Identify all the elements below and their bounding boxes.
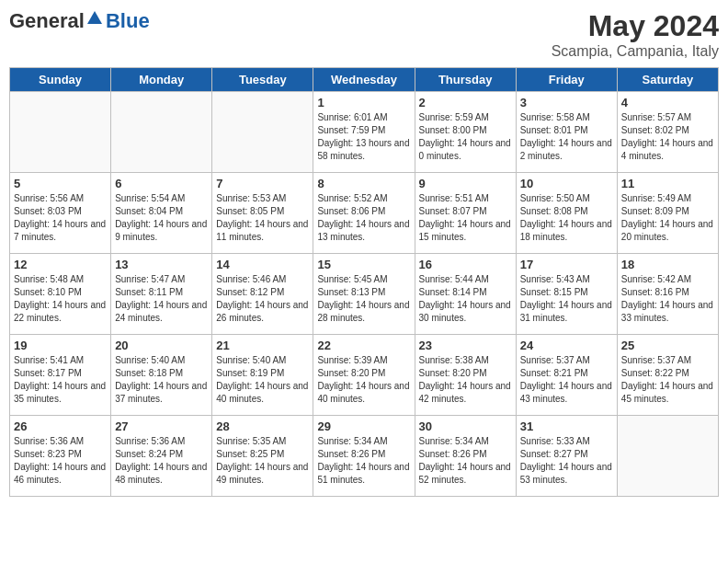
- day-number: 5: [14, 177, 107, 190]
- day-info: Sunrise: 5:51 AM Sunset: 8:07 PM Dayligh…: [419, 192, 512, 244]
- day-info: Sunrise: 5:50 AM Sunset: 8:08 PM Dayligh…: [520, 192, 613, 244]
- weekday-header-cell: Friday: [516, 68, 617, 92]
- calendar-day-cell: 26Sunrise: 5:36 AM Sunset: 8:23 PM Dayli…: [10, 416, 111, 497]
- day-info: Sunrise: 5:34 AM Sunset: 8:26 PM Dayligh…: [419, 435, 512, 487]
- day-number: 28: [216, 419, 309, 433]
- day-number: 19: [14, 339, 107, 352]
- calendar-day-cell: 13Sunrise: 5:47 AM Sunset: 8:11 PM Dayli…: [111, 254, 212, 335]
- day-number: 16: [419, 258, 512, 271]
- day-number: 12: [14, 258, 107, 271]
- weekday-header-cell: Wednesday: [313, 68, 415, 92]
- calendar-day-cell: 21Sunrise: 5:40 AM Sunset: 8:19 PM Dayli…: [212, 335, 313, 416]
- calendar-day-cell: 14Sunrise: 5:46 AM Sunset: 8:12 PM Dayli…: [212, 254, 313, 335]
- day-number: 13: [115, 258, 208, 271]
- day-number: 3: [520, 96, 613, 109]
- day-info: Sunrise: 5:38 AM Sunset: 8:20 PM Dayligh…: [419, 354, 512, 406]
- day-number: 10: [520, 177, 613, 190]
- day-number: 18: [621, 258, 714, 271]
- calendar-day-cell: 11Sunrise: 5:49 AM Sunset: 8:09 PM Dayli…: [617, 173, 718, 254]
- day-info: Sunrise: 5:49 AM Sunset: 8:09 PM Dayligh…: [621, 192, 714, 244]
- weekday-header-cell: Sunday: [10, 68, 111, 92]
- calendar-day-cell: 16Sunrise: 5:44 AM Sunset: 8:14 PM Dayli…: [415, 254, 516, 335]
- calendar-day-cell: [617, 416, 718, 497]
- calendar-day-cell: 18Sunrise: 5:42 AM Sunset: 8:16 PM Dayli…: [617, 254, 718, 335]
- day-info: Sunrise: 5:36 AM Sunset: 8:24 PM Dayligh…: [115, 435, 208, 487]
- calendar-week-row: 26Sunrise: 5:36 AM Sunset: 8:23 PM Dayli…: [10, 416, 719, 497]
- calendar-day-cell: 30Sunrise: 5:34 AM Sunset: 8:26 PM Dayli…: [415, 416, 516, 497]
- logo-blue-text: Blue: [106, 9, 150, 32]
- day-number: 26: [14, 419, 107, 433]
- day-number: 4: [621, 96, 714, 109]
- calendar-day-cell: 25Sunrise: 5:37 AM Sunset: 8:22 PM Dayli…: [617, 335, 718, 416]
- day-info: Sunrise: 5:56 AM Sunset: 8:03 PM Dayligh…: [14, 192, 107, 244]
- logo-icon: [85, 9, 104, 28]
- day-info: Sunrise: 6:01 AM Sunset: 7:59 PM Dayligh…: [317, 111, 410, 163]
- day-info: Sunrise: 5:47 AM Sunset: 8:11 PM Dayligh…: [115, 273, 208, 325]
- day-info: Sunrise: 5:43 AM Sunset: 8:15 PM Dayligh…: [520, 273, 613, 325]
- calendar-week-row: 19Sunrise: 5:41 AM Sunset: 8:17 PM Dayli…: [10, 335, 719, 416]
- day-info: Sunrise: 5:44 AM Sunset: 8:14 PM Dayligh…: [419, 273, 512, 325]
- day-info: Sunrise: 5:41 AM Sunset: 8:17 PM Dayligh…: [14, 354, 107, 406]
- day-number: 23: [419, 339, 512, 352]
- calendar-day-cell: 31Sunrise: 5:33 AM Sunset: 8:27 PM Dayli…: [516, 416, 617, 497]
- day-number: 20: [115, 339, 208, 352]
- day-info: Sunrise: 5:54 AM Sunset: 8:04 PM Dayligh…: [115, 192, 208, 244]
- calendar-day-cell: 23Sunrise: 5:38 AM Sunset: 8:20 PM Dayli…: [415, 335, 516, 416]
- day-info: Sunrise: 5:52 AM Sunset: 8:06 PM Dayligh…: [317, 192, 410, 244]
- day-info: Sunrise: 5:59 AM Sunset: 8:00 PM Dayligh…: [419, 111, 512, 163]
- weekday-header-cell: Tuesday: [212, 68, 313, 92]
- calendar-day-cell: [212, 92, 313, 173]
- day-number: 27: [115, 419, 208, 433]
- calendar-week-row: 12Sunrise: 5:48 AM Sunset: 8:10 PM Dayli…: [10, 254, 719, 335]
- day-number: 15: [317, 258, 410, 271]
- calendar-day-cell: 10Sunrise: 5:50 AM Sunset: 8:08 PM Dayli…: [516, 173, 617, 254]
- day-number: 21: [216, 339, 309, 352]
- weekday-header-cell: Thursday: [415, 68, 516, 92]
- weekday-header-cell: Saturday: [617, 68, 718, 92]
- calendar-day-cell: 28Sunrise: 5:35 AM Sunset: 8:25 PM Dayli…: [212, 416, 313, 497]
- calendar-day-cell: 9Sunrise: 5:51 AM Sunset: 8:07 PM Daylig…: [415, 173, 516, 254]
- day-info: Sunrise: 5:40 AM Sunset: 8:19 PM Dayligh…: [216, 354, 309, 406]
- calendar-day-cell: 19Sunrise: 5:41 AM Sunset: 8:17 PM Dayli…: [10, 335, 111, 416]
- day-number: 29: [317, 419, 410, 433]
- calendar-day-cell: 17Sunrise: 5:43 AM Sunset: 8:15 PM Dayli…: [516, 254, 617, 335]
- day-info: Sunrise: 5:35 AM Sunset: 8:25 PM Dayligh…: [216, 435, 309, 487]
- day-number: 17: [520, 258, 613, 271]
- day-number: 1: [317, 96, 410, 109]
- day-number: 22: [317, 339, 410, 352]
- calendar-day-cell: 6Sunrise: 5:54 AM Sunset: 8:04 PM Daylig…: [111, 173, 212, 254]
- day-info: Sunrise: 5:58 AM Sunset: 8:01 PM Dayligh…: [520, 111, 613, 163]
- calendar-day-cell: 5Sunrise: 5:56 AM Sunset: 8:03 PM Daylig…: [10, 173, 111, 254]
- calendar-table: SundayMondayTuesdayWednesdayThursdayFrid…: [9, 67, 719, 497]
- day-number: 6: [115, 177, 208, 190]
- calendar-day-cell: 3Sunrise: 5:58 AM Sunset: 8:01 PM Daylig…: [516, 92, 617, 173]
- page-header: GeneralBlue May 2024 Scampia, Campania, …: [9, 9, 719, 60]
- logo-general-text: General: [9, 9, 85, 32]
- day-number: 8: [317, 177, 410, 190]
- calendar-day-cell: 24Sunrise: 5:37 AM Sunset: 8:21 PM Dayli…: [516, 335, 617, 416]
- day-info: Sunrise: 5:42 AM Sunset: 8:16 PM Dayligh…: [621, 273, 714, 325]
- calendar-day-cell: 1Sunrise: 6:01 AM Sunset: 7:59 PM Daylig…: [313, 92, 415, 173]
- calendar-day-cell: 4Sunrise: 5:57 AM Sunset: 8:02 PM Daylig…: [617, 92, 718, 173]
- calendar-day-cell: 22Sunrise: 5:39 AM Sunset: 8:20 PM Dayli…: [313, 335, 415, 416]
- month-title: May 2024: [552, 9, 719, 43]
- calendar-day-cell: 29Sunrise: 5:34 AM Sunset: 8:26 PM Dayli…: [313, 416, 415, 497]
- day-number: 7: [216, 177, 309, 190]
- calendar-day-cell: 8Sunrise: 5:52 AM Sunset: 8:06 PM Daylig…: [313, 173, 415, 254]
- calendar-day-cell: 15Sunrise: 5:45 AM Sunset: 8:13 PM Dayli…: [313, 254, 415, 335]
- logo: GeneralBlue: [9, 9, 150, 33]
- day-info: Sunrise: 5:39 AM Sunset: 8:20 PM Dayligh…: [317, 354, 410, 406]
- calendar-day-cell: 2Sunrise: 5:59 AM Sunset: 8:00 PM Daylig…: [415, 92, 516, 173]
- weekday-header-cell: Monday: [111, 68, 212, 92]
- day-number: 11: [621, 177, 714, 190]
- location-title: Scampia, Campania, Italy: [552, 43, 719, 60]
- day-number: 2: [419, 96, 512, 109]
- day-info: Sunrise: 5:34 AM Sunset: 8:26 PM Dayligh…: [317, 435, 410, 487]
- calendar-day-cell: [10, 92, 111, 173]
- day-info: Sunrise: 5:48 AM Sunset: 8:10 PM Dayligh…: [14, 273, 107, 325]
- day-number: 14: [216, 258, 309, 271]
- day-info: Sunrise: 5:36 AM Sunset: 8:23 PM Dayligh…: [14, 435, 107, 487]
- day-info: Sunrise: 5:57 AM Sunset: 8:02 PM Dayligh…: [621, 111, 714, 163]
- calendar-week-row: 1Sunrise: 6:01 AM Sunset: 7:59 PM Daylig…: [10, 92, 719, 173]
- day-number: 30: [419, 419, 512, 433]
